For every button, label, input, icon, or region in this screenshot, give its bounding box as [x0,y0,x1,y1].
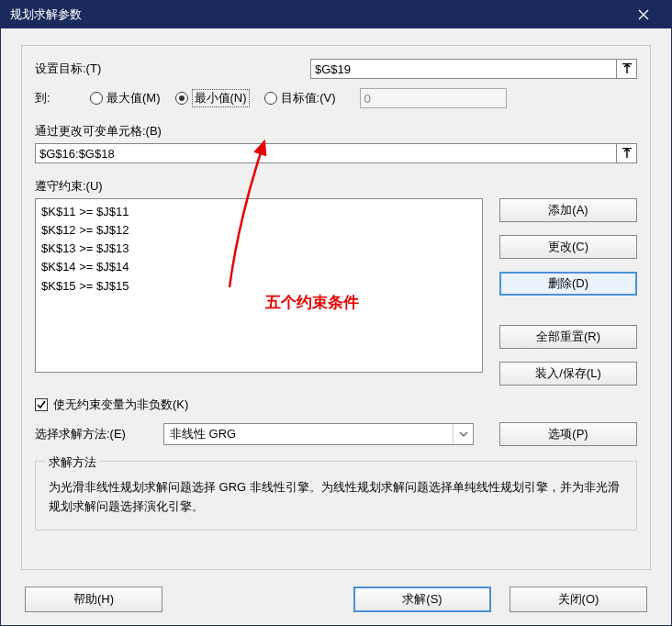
constraint-item[interactable]: $K$12 >= $J$12 [41,221,476,240]
ref-picker-icon[interactable] [617,59,637,79]
spacer [181,587,335,612]
to-radio-group: 最大值(M) 最小值(N) 目标值:(V) [90,88,507,108]
objective-input[interactable] [310,59,617,79]
to-row: 到: 最大值(M) 最小值(N) 目标值:(V) [35,88,637,108]
radio-target[interactable]: 目标值:(V) [264,90,336,106]
constraint-item[interactable]: $K$14 >= $J$14 [41,258,476,276]
changing-input-wrap [35,143,637,163]
changing-input[interactable] [35,143,617,163]
reset-button[interactable]: 全部重置(R) [499,325,637,349]
radio-max[interactable]: 最大值(M) [90,90,161,106]
constraint-item[interactable]: $K$11 >= $J$11 [41,203,476,221]
radio-max-label: 最大值(M) [106,90,161,106]
to-label: 到: [35,90,90,106]
constraint-item[interactable]: $K$13 >= $J$13 [41,240,476,258]
method-label: 选择求解方法:(E) [35,426,154,442]
constraints-row: $K$11 >= $J$11 $K$12 >= $J$12 $K$13 >= $… [35,198,637,386]
constraints-label: 遵守约束:(U) [35,178,637,195]
options-button[interactable]: 选项(P) [499,422,637,446]
chevron-down-icon [453,424,473,444]
solve-button[interactable]: 求解(S) [353,587,491,612]
solver-dialog: 规划求解参数 设置目标:(T) 到: [0,0,672,626]
radio-min[interactable]: 最小值(N) [175,89,250,107]
radio-icon [90,92,103,105]
method-select[interactable]: 非线性 GRG [163,423,474,445]
change-button[interactable]: 更改(C) [499,235,637,259]
radio-min-label: 最小值(N) [192,89,250,107]
close-icon[interactable] [625,2,662,28]
constraint-item[interactable]: $K$15 >= $J$15 [41,277,476,296]
objective-label: 设置目标:(T) [35,61,310,77]
footer-buttons: 帮助(H) 求解(S) 关闭(O) [21,587,651,612]
loadsave-button[interactable]: 装入/保存(L) [499,362,637,386]
target-value-wrap [360,88,507,108]
method-help-box: 求解方法 为光滑非线性规划求解问题选择 GRG 非线性引擎。为线性规划求解问题选… [35,461,637,531]
objective-input-wrap [310,59,637,79]
main-group: 设置目标:(T) 到: 最大值(M) [21,45,651,570]
content-area: 设置目标:(T) 到: 最大值(M) [1,28,671,625]
nonneg-checkbox[interactable]: 使无约束变量为非负数(K) [35,397,637,413]
radio-icon [264,92,277,105]
close-button[interactable]: 关闭(O) [510,587,647,612]
delete-button[interactable]: 删除(D) [499,272,637,296]
target-value-input [360,88,507,108]
changing-label: 通过更改可变单元格:(B) [35,123,637,140]
radio-target-label: 目标值:(V) [281,90,336,106]
add-button[interactable]: 添加(A) [499,198,637,222]
radio-icon [175,92,188,105]
ref-picker-icon[interactable] [617,143,637,163]
svg-rect-0 [622,63,632,64]
objective-row: 设置目标:(T) [35,59,637,79]
svg-rect-1 [622,148,632,149]
method-row: 选择求解方法:(E) 非线性 GRG 选项(P) [35,422,637,446]
constraints-listbox[interactable]: $K$11 >= $J$11 $K$12 >= $J$12 $K$13 >= $… [35,198,483,373]
method-help-title: 求解方法 [45,453,100,473]
changing-row [35,143,637,163]
window-title: 规划求解参数 [10,6,625,23]
nonneg-label: 使无约束变量为非负数(K) [53,397,188,413]
checkbox-icon [35,398,48,411]
titlebar: 规划求解参数 [1,1,671,28]
method-selected: 非线性 GRG [170,426,236,442]
constraint-buttons: 添加(A) 更改(C) 删除(D) 全部重置(R) 装入/保存(L) [499,198,637,386]
help-button[interactable]: 帮助(H) [25,587,162,612]
method-help-text: 为光滑非线性规划求解问题选择 GRG 非线性引擎。为线性规划求解问题选择单纯线性… [49,478,623,517]
